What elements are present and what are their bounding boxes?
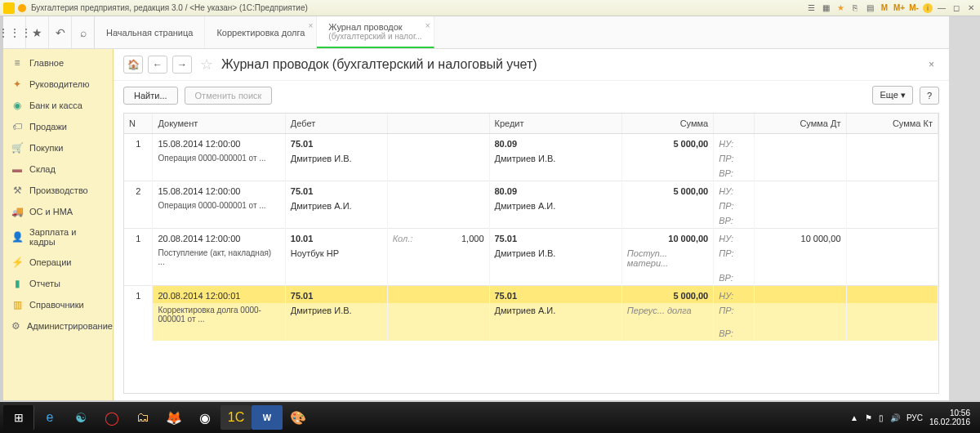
sidebar-item-production[interactable]: ⚒Производство: [3, 180, 113, 201]
sys-calc-icon[interactable]: ▦: [820, 2, 831, 14]
tab-label: Корректировка долга: [216, 28, 305, 38]
table-row[interactable]: 120.08.2014 12:00:0175.0175.015 000,00НУ…: [124, 286, 938, 304]
cell-empty: [755, 213, 846, 229]
col-sum-kt[interactable]: Сумма Кт: [846, 114, 938, 134]
close-icon[interactable]: ×: [425, 21, 430, 30]
table-row-sub[interactable]: Операция 0000-000001 от ...Дмитриев И.В.…: [124, 151, 938, 166]
favorite-toggle-icon[interactable]: ☆: [200, 56, 213, 74]
cell-doc-date: 20.08.2014 12:00:01: [153, 286, 285, 304]
page-title: Журнал проводок (бухгалтерский и налогов…: [221, 57, 919, 72]
taskbar-chrome-icon[interactable]: ◉: [189, 405, 220, 430]
col-tags[interactable]: [714, 114, 755, 134]
home-button[interactable]: 🏠: [123, 56, 143, 74]
cell-empty: [846, 199, 938, 213]
tray-up-icon[interactable]: ▲: [850, 413, 858, 422]
table-row-sub2[interactable]: ВР:: [124, 166, 938, 181]
table-row[interactable]: 120.08.2014 12:00:0010.01Кол.:1,00075.01…: [124, 229, 938, 247]
tray-sound-icon[interactable]: 🔊: [890, 413, 900, 422]
sys-info-icon[interactable]: i: [923, 3, 933, 13]
cell-sum-dt: 10 000,00: [755, 229, 846, 247]
cancel-find-button[interactable]: Отменить поиск: [185, 87, 273, 105]
sidebar-item-manager[interactable]: ✦Руководителю: [3, 74, 113, 95]
sidebar-item-assets[interactable]: 🚚ОС и НМА: [3, 201, 113, 222]
tab-start-page[interactable]: Начальная страница: [95, 16, 205, 48]
history-icon[interactable]: ↶: [49, 16, 72, 48]
col-credit[interactable]: Кредит: [489, 114, 621, 134]
table-row-sub[interactable]: Поступление (акт, накладная) ...Ноутбук …: [124, 246, 938, 270]
col-n[interactable]: N: [124, 114, 153, 134]
tab-debt-correction[interactable]: Корректировка долга ×: [205, 16, 317, 48]
col-sum[interactable]: Сумма: [621, 114, 713, 134]
start-button[interactable]: ⊞: [3, 405, 34, 430]
tray-lang[interactable]: РУС: [906, 413, 923, 422]
cell-empty: [846, 326, 938, 341]
sidebar-item-refs[interactable]: ▥Справочники: [3, 294, 113, 315]
table-row-sub2[interactable]: ВР:: [124, 326, 938, 341]
ops-icon: ⚡: [11, 257, 23, 268]
help-button[interactable]: ?: [920, 87, 939, 105]
sidebar-item-bank[interactable]: ◉Банк и касса: [3, 95, 113, 116]
taskbar-ie-icon[interactable]: e: [34, 405, 65, 430]
page-close-button[interactable]: ×: [924, 59, 939, 70]
right-margin: [949, 16, 980, 400]
table-row-sub[interactable]: Операция 0000-000001 от ...Дмитриев А.И.…: [124, 199, 938, 213]
taskbar-word-icon[interactable]: W: [252, 405, 283, 430]
sys-star-icon[interactable]: ★: [835, 2, 846, 14]
book-icon: ▥: [11, 299, 23, 310]
table-row[interactable]: 115.08.2014 12:00:0075.0180.095 000,00НУ…: [124, 134, 938, 152]
tray-flag-icon[interactable]: ⚑: [865, 413, 872, 422]
sys-menu-icon[interactable]: ☰: [805, 2, 817, 14]
minimize-button[interactable]: —: [936, 2, 947, 14]
sidebar-item-operations[interactable]: ⚡Операции: [3, 252, 113, 273]
sidebar-item-main[interactable]: ≡Главное: [3, 52, 113, 74]
back-button[interactable]: ←: [148, 56, 167, 74]
close-icon[interactable]: ×: [309, 21, 314, 30]
maximize-button[interactable]: ◻: [951, 2, 962, 14]
table-row-sub2[interactable]: ВР:: [124, 213, 938, 229]
find-button[interactable]: Найти...: [123, 87, 178, 105]
table-row[interactable]: 215.08.2014 12:00:0075.0180.095 000,00НУ…: [124, 181, 938, 199]
sidebar-item-admin[interactable]: ⚙Администрирование: [3, 315, 113, 337]
taskbar-skype-icon[interactable]: ☯: [65, 405, 96, 430]
close-button[interactable]: ✕: [965, 2, 977, 14]
sidebar-item-sales[interactable]: 🏷Продажи: [3, 116, 113, 137]
toolbar: Найти... Отменить поиск Еще ▾ ?: [114, 81, 949, 113]
sys-mplus-icon[interactable]: M+: [893, 2, 905, 14]
sys-mminus-icon[interactable]: M-: [908, 2, 920, 14]
sys-copy-icon[interactable]: ⎘: [849, 2, 861, 14]
cell-empty: [489, 166, 621, 181]
col-document[interactable]: Документ: [153, 114, 285, 134]
taskbar-paint-icon[interactable]: 🎨: [283, 405, 314, 430]
taskbar-1c-icon[interactable]: 1C: [220, 405, 252, 430]
favorites-icon[interactable]: ★: [26, 16, 49, 48]
col-sum-dt[interactable]: Сумма Дт: [755, 114, 846, 134]
col-debit2[interactable]: [387, 114, 489, 134]
sys-m-icon[interactable]: M: [879, 2, 890, 14]
forward-button[interactable]: →: [172, 56, 192, 74]
cell-empty: [846, 213, 938, 229]
taskbar-firefox-icon[interactable]: 🦊: [158, 405, 189, 430]
table-row-sub2[interactable]: ВР:: [124, 270, 938, 286]
search-icon[interactable]: ⌕: [72, 16, 95, 48]
table-row-sub[interactable]: Корректировка долга 0000-000001 от ...Дм…: [124, 303, 938, 326]
more-button[interactable]: Еще ▾: [872, 86, 912, 105]
sys-grid-icon[interactable]: ▤: [864, 2, 875, 14]
sidebar-item-purchases[interactable]: 🛒Покупки: [3, 137, 113, 158]
system-tray[interactable]: ▲ ⚑ ▯ 🔊 РУС 10:56 16.02.2016: [850, 408, 977, 426]
sidebar-item-salary[interactable]: 👤Зарплата и кадры: [3, 222, 113, 252]
cell-pr: ПР:: [714, 199, 755, 213]
taskbar-opera-icon[interactable]: ◯: [96, 405, 127, 430]
col-debit[interactable]: Дебет: [285, 114, 387, 134]
content-header: 🏠 ← → ☆ Журнал проводок (бухгалтерский и…: [114, 49, 949, 81]
tab-journal[interactable]: Журнал проводок (бухгалтерский и налог..…: [317, 16, 434, 48]
cell-debit-sub: Дмитриев А.И.: [285, 199, 387, 213]
cell-sum-dt: [755, 181, 846, 199]
journal-table[interactable]: N Документ Дебет Кредит Сумма Сумма Дт С…: [123, 113, 939, 394]
taskbar-explorer-icon[interactable]: 🗂: [127, 405, 158, 430]
apps-grid-icon[interactable]: ⋮⋮⋮: [3, 16, 26, 48]
report-icon: ▮: [11, 278, 23, 289]
sidebar-item-warehouse[interactable]: ▬Склад: [3, 158, 113, 180]
tray-clock[interactable]: 10:56 16.02.2016: [929, 408, 970, 426]
sidebar-item-reports[interactable]: ▮Отчеты: [3, 273, 113, 294]
tray-network-icon[interactable]: ▯: [879, 413, 884, 422]
